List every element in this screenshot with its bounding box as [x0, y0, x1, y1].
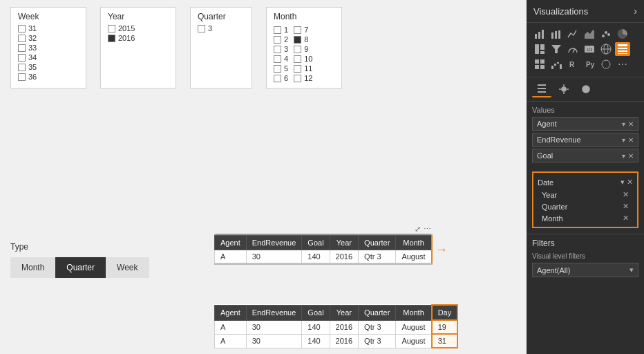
viz-r-icon[interactable]: R [565, 57, 580, 71]
week-checkbox-35[interactable] [18, 64, 26, 71]
viz-map-icon[interactable] [598, 42, 614, 56]
week-item-34[interactable]: 34 [18, 53, 79, 62]
end-revenue-dropdown[interactable]: ▾ [622, 136, 625, 144]
month-item-8[interactable]: 8 [294, 35, 312, 44]
month-checkbox-4[interactable] [274, 55, 281, 63]
analytics-btn[interactable]: f [576, 81, 596, 97]
month-item-4[interactable]: 4 [274, 55, 288, 63]
month-item-7[interactable]: 7 [294, 26, 312, 34]
viz-funnel-icon[interactable] [549, 42, 564, 56]
month-checkbox-2[interactable] [274, 36, 281, 44]
week-filter-panel: Week 31 32 33 34 35 3 [10, 7, 86, 88]
fields-btn[interactable] [532, 81, 551, 97]
agent-chip-dropdown[interactable]: ▾ [622, 120, 625, 128]
month-filter-panel: Month 1 2 3 4 5 6 7 8 9 10 11 12 [266, 7, 342, 88]
viz-card-icon[interactable]: 123 [582, 42, 597, 56]
year-checkbox-2015[interactable] [108, 25, 115, 32]
quarter-header: Quarter [198, 12, 245, 21]
year-item-2016[interactable]: 2016 [108, 34, 169, 42]
date-year-remove[interactable]: ✕ [623, 190, 629, 199]
week-checkbox-31[interactable] [18, 25, 26, 32]
goal-chip-remove[interactable]: ✕ [628, 152, 634, 160]
quarter-checkbox-3[interactable] [198, 25, 205, 32]
month-checkbox-8[interactable] [294, 36, 301, 44]
more-icon[interactable]: ⋯ [424, 225, 431, 234]
viz-table-icon[interactable] [615, 42, 630, 56]
month-item-1[interactable]: 1 [274, 26, 288, 34]
date-quarter-remove[interactable]: ✕ [623, 202, 629, 211]
month-checkbox-1[interactable] [274, 26, 281, 34]
week-checkbox-36[interactable] [18, 73, 26, 81]
quarter-item-3[interactable]: 3 [198, 24, 245, 32]
week-checkbox-32[interactable] [18, 35, 26, 42]
month-item-9[interactable]: 9 [294, 45, 312, 53]
viz-bar-chart-icon[interactable] [532, 27, 547, 41]
week-item-36[interactable]: 36 [18, 73, 79, 81]
values-section: Values Agent ▾ ✕ EndRevenue ▾ ✕ Goal ▾ ✕ [527, 102, 644, 169]
agent-filter-chip[interactable]: Agent(All) ▾ [532, 263, 638, 277]
type-btn-quarter[interactable]: Quarter [55, 257, 106, 278]
week-checkbox-33[interactable] [18, 44, 26, 52]
viz-matrix-icon[interactable] [532, 57, 547, 71]
month-checkbox-3[interactable] [274, 46, 281, 53]
month-checkbox-7[interactable] [294, 26, 301, 34]
week-checkbox-34[interactable] [18, 54, 26, 62]
week-item-32[interactable]: 32 [18, 34, 79, 42]
viz-scatter-icon[interactable] [598, 27, 614, 41]
month-item-3[interactable]: 3 [274, 45, 288, 53]
month-item-6[interactable]: 6 [274, 74, 288, 82]
month-checkbox-5[interactable] [274, 65, 281, 73]
date-month-label: Month [542, 214, 563, 223]
type-label: Type [10, 242, 28, 252]
format-btn[interactable] [554, 81, 574, 97]
agent-chip-remove[interactable]: ✕ [628, 120, 634, 128]
week-item-33[interactable]: 33 [18, 44, 79, 52]
viz-stacked-bar-icon[interactable] [549, 27, 564, 41]
month-item-5[interactable]: 5 [274, 64, 288, 73]
type-btn-month[interactable]: Month [10, 257, 55, 278]
date-month-remove[interactable]: ✕ [623, 214, 629, 223]
end-revenue-remove[interactable]: ✕ [628, 136, 634, 144]
month-item-12[interactable]: 12 [294, 74, 312, 82]
viz-line-chart-icon[interactable] [565, 27, 580, 41]
viz-more-icon[interactable]: ⋯ [615, 57, 630, 71]
month-checkbox-10[interactable] [294, 55, 301, 63]
viz-waterfall-icon[interactable] [549, 57, 564, 71]
month-checkbox-12[interactable] [294, 75, 301, 82]
type-btn-week[interactable]: Week [106, 257, 149, 278]
month-checkbox-9[interactable] [294, 46, 301, 53]
month-item-11[interactable]: 11 [294, 64, 312, 73]
date-dropdown-btn[interactable]: ▾ [621, 178, 625, 187]
agent-chip-actions: ▾ ✕ [622, 120, 634, 128]
sidebar-expand-icon[interactable]: › [634, 6, 637, 17]
agent-filter-expand[interactable]: ▾ [629, 266, 634, 274]
viz-python-icon[interactable]: Py [582, 57, 597, 71]
year-checkbox-2016[interactable] [108, 35, 115, 42]
bot-cell-month-1: August [396, 320, 432, 334]
month-checkbox-6[interactable] [274, 75, 281, 82]
agent-chip: Agent ▾ ✕ [532, 117, 638, 131]
svg-rect-28 [551, 66, 553, 69]
visual-level-label: Visual level filters [532, 252, 638, 260]
week-item-35[interactable]: 35 [18, 63, 79, 71]
year-item-2015[interactable]: 2015 [108, 24, 169, 32]
viz-globe-icon[interactable] [598, 57, 614, 71]
viz-treemap-icon[interactable] [532, 42, 547, 56]
month-item-10[interactable]: 10 [294, 55, 312, 63]
week-item-31[interactable]: 31 [18, 24, 79, 32]
goal-chip-label: Goal [537, 151, 553, 160]
svg-text:123: 123 [587, 48, 593, 52]
svg-rect-31 [560, 64, 562, 69]
expand-icon[interactable]: ⤢ [415, 225, 421, 234]
goal-chip-dropdown[interactable]: ▾ [622, 152, 625, 160]
bot-col-quarter: Quarter [359, 305, 396, 320]
month-checkbox-11[interactable] [294, 65, 301, 73]
viz-area-chart-icon[interactable] [582, 27, 597, 41]
month-item-2[interactable]: 2 [274, 35, 288, 44]
goal-chip: Goal ▾ ✕ [532, 149, 638, 162]
viz-icons-grid: 123 R Py [527, 23, 644, 77]
viz-gauge-icon[interactable] [565, 42, 580, 56]
viz-pie-icon[interactable] [615, 27, 630, 41]
cell-agent: A [215, 250, 247, 263]
date-remove-btn[interactable]: ✕ [627, 178, 633, 187]
